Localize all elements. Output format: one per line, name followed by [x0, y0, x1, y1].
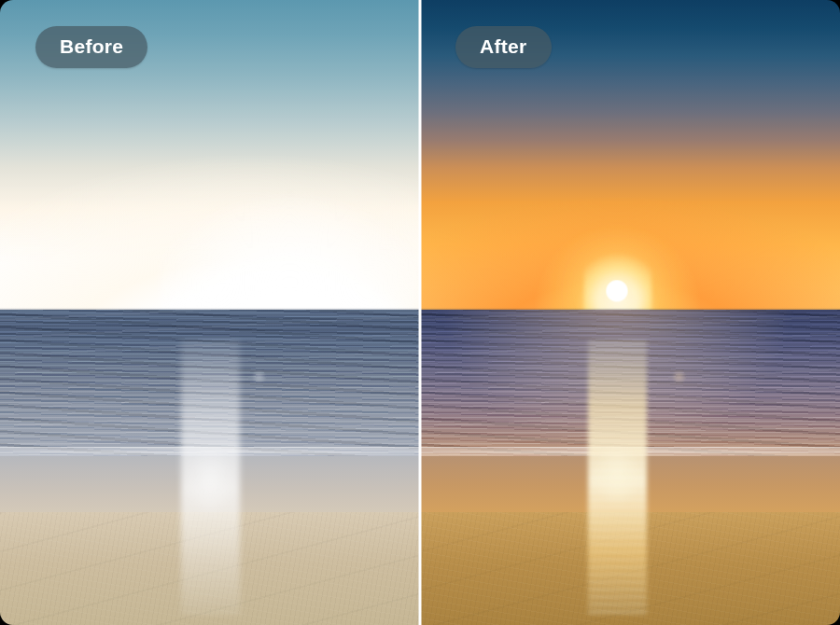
after-lens-flare: [672, 368, 686, 384]
before-lens-flare: [252, 368, 266, 384]
after-sun-disc: [606, 280, 627, 301]
before-after-comparison: Before After: [0, 0, 840, 625]
before-badge: Before: [35, 26, 147, 68]
after-sun-reflection: [588, 338, 647, 613]
after-panel: After: [420, 0, 840, 625]
before-panel: Before: [0, 0, 420, 625]
panel-divider: [419, 0, 422, 625]
before-sun-reflection: [181, 338, 240, 613]
after-badge: After: [455, 26, 552, 68]
